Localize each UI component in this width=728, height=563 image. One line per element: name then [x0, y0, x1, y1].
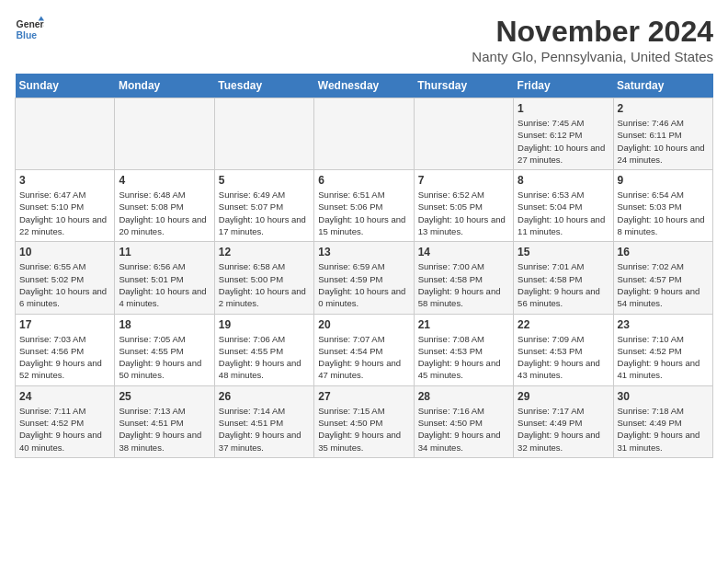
weekday-header: Saturday [613, 74, 712, 98]
calendar-cell: 6Sunrise: 6:51 AM Sunset: 5:06 PM Daylig… [314, 170, 414, 242]
day-info: Sunrise: 7:00 AM Sunset: 4:58 PM Dayligh… [418, 260, 509, 309]
weekday-header: Sunday [16, 74, 115, 98]
day-info: Sunrise: 6:48 AM Sunset: 5:08 PM Dayligh… [119, 189, 210, 237]
calendar-cell: 1Sunrise: 7:45 AM Sunset: 6:12 PM Daylig… [514, 98, 613, 170]
title-section: November 2024 Nanty Glo, Pennsylvania, U… [472, 15, 713, 64]
weekday-header: Tuesday [214, 74, 313, 98]
day-number: 27 [318, 390, 409, 403]
calendar-cell: 29Sunrise: 7:17 AM Sunset: 4:49 PM Dayli… [514, 385, 613, 457]
day-number: 18 [119, 318, 210, 331]
day-info: Sunrise: 7:10 AM Sunset: 4:52 PM Dayligh… [618, 333, 709, 382]
calendar-week-row: 24Sunrise: 7:11 AM Sunset: 4:52 PM Dayli… [16, 385, 713, 457]
day-number: 6 [318, 174, 409, 187]
day-number: 10 [19, 246, 110, 259]
day-number: 2 [618, 102, 709, 115]
day-number: 3 [19, 174, 110, 187]
calendar-cell: 16Sunrise: 7:02 AM Sunset: 4:57 PM Dayli… [613, 242, 712, 314]
day-number: 20 [318, 318, 409, 331]
day-info: Sunrise: 7:14 AM Sunset: 4:51 PM Dayligh… [219, 405, 310, 454]
day-info: Sunrise: 7:13 AM Sunset: 4:51 PM Dayligh… [119, 405, 210, 454]
calendar-cell: 17Sunrise: 7:03 AM Sunset: 4:56 PM Dayli… [16, 314, 115, 385]
calendar-cell: 27Sunrise: 7:15 AM Sunset: 4:50 PM Dayli… [314, 385, 414, 457]
calendar-cell: 18Sunrise: 7:05 AM Sunset: 4:55 PM Dayli… [115, 314, 214, 385]
day-info: Sunrise: 6:53 AM Sunset: 5:04 PM Dayligh… [518, 189, 609, 237]
day-info: Sunrise: 6:59 AM Sunset: 4:59 PM Dayligh… [318, 260, 409, 309]
calendar-cell: 21Sunrise: 7:08 AM Sunset: 4:53 PM Dayli… [414, 314, 513, 385]
day-number: 4 [119, 174, 210, 187]
calendar-cell: 14Sunrise: 7:00 AM Sunset: 4:58 PM Dayli… [414, 242, 513, 314]
day-number: 11 [119, 246, 210, 259]
calendar-cell [115, 98, 214, 170]
day-number: 30 [618, 390, 709, 403]
day-info: Sunrise: 6:49 AM Sunset: 5:07 PM Dayligh… [219, 189, 310, 237]
calendar-cell: 26Sunrise: 7:14 AM Sunset: 4:51 PM Dayli… [214, 385, 313, 457]
month-title: November 2024 [472, 15, 713, 49]
day-info: Sunrise: 7:05 AM Sunset: 4:55 PM Dayligh… [119, 333, 210, 382]
calendar-cell: 25Sunrise: 7:13 AM Sunset: 4:51 PM Dayli… [115, 385, 214, 457]
svg-text:General: General [17, 19, 44, 29]
day-info: Sunrise: 7:03 AM Sunset: 4:56 PM Dayligh… [19, 333, 110, 382]
calendar-cell: 22Sunrise: 7:09 AM Sunset: 4:53 PM Dayli… [514, 314, 613, 385]
logo-icon: General Blue [15, 15, 44, 44]
day-info: Sunrise: 6:54 AM Sunset: 5:03 PM Dayligh… [618, 189, 709, 237]
day-number: 8 [518, 174, 609, 187]
calendar-cell: 10Sunrise: 6:55 AM Sunset: 5:02 PM Dayli… [16, 242, 115, 314]
calendar-cell: 3Sunrise: 6:47 AM Sunset: 5:10 PM Daylig… [16, 170, 115, 242]
calendar-week-row: 10Sunrise: 6:55 AM Sunset: 5:02 PM Dayli… [16, 242, 713, 314]
day-number: 7 [418, 174, 509, 187]
calendar-cell: 8Sunrise: 6:53 AM Sunset: 5:04 PM Daylig… [514, 170, 613, 242]
day-info: Sunrise: 7:16 AM Sunset: 4:50 PM Dayligh… [418, 405, 509, 454]
calendar-week-row: 1Sunrise: 7:45 AM Sunset: 6:12 PM Daylig… [16, 98, 713, 170]
weekday-header: Monday [115, 74, 214, 98]
day-info: Sunrise: 7:07 AM Sunset: 4:54 PM Dayligh… [318, 333, 409, 382]
day-number: 9 [618, 174, 709, 187]
calendar-cell: 19Sunrise: 7:06 AM Sunset: 4:55 PM Dayli… [214, 314, 313, 385]
day-number: 22 [518, 318, 609, 331]
calendar-cell: 13Sunrise: 6:59 AM Sunset: 4:59 PM Dayli… [314, 242, 414, 314]
calendar-cell: 28Sunrise: 7:16 AM Sunset: 4:50 PM Dayli… [414, 385, 513, 457]
day-number: 5 [219, 174, 310, 187]
calendar-cell: 12Sunrise: 6:58 AM Sunset: 5:00 PM Dayli… [214, 242, 313, 314]
day-info: Sunrise: 7:09 AM Sunset: 4:53 PM Dayligh… [518, 333, 609, 382]
calendar-week-row: 17Sunrise: 7:03 AM Sunset: 4:56 PM Dayli… [16, 314, 713, 385]
calendar-cell: 7Sunrise: 6:52 AM Sunset: 5:05 PM Daylig… [414, 170, 513, 242]
day-info: Sunrise: 7:11 AM Sunset: 4:52 PM Dayligh… [19, 405, 110, 454]
day-number: 23 [618, 318, 709, 331]
calendar-cell: 5Sunrise: 6:49 AM Sunset: 5:07 PM Daylig… [214, 170, 313, 242]
calendar-cell: 23Sunrise: 7:10 AM Sunset: 4:52 PM Dayli… [613, 314, 712, 385]
day-info: Sunrise: 7:18 AM Sunset: 4:49 PM Dayligh… [618, 405, 709, 454]
day-number: 25 [119, 390, 210, 403]
calendar-cell: 11Sunrise: 6:56 AM Sunset: 5:01 PM Dayli… [115, 242, 214, 314]
svg-text:Blue: Blue [17, 30, 38, 40]
day-info: Sunrise: 7:01 AM Sunset: 4:58 PM Dayligh… [518, 260, 609, 309]
day-info: Sunrise: 7:17 AM Sunset: 4:49 PM Dayligh… [518, 405, 609, 454]
calendar-cell: 20Sunrise: 7:07 AM Sunset: 4:54 PM Dayli… [314, 314, 414, 385]
day-info: Sunrise: 6:52 AM Sunset: 5:05 PM Dayligh… [418, 189, 509, 237]
day-number: 21 [418, 318, 509, 331]
day-number: 28 [418, 390, 509, 403]
calendar-cell: 9Sunrise: 6:54 AM Sunset: 5:03 PM Daylig… [613, 170, 712, 242]
weekday-header: Thursday [414, 74, 513, 98]
weekday-header-row: SundayMondayTuesdayWednesdayThursdayFrid… [16, 74, 713, 98]
calendar-cell: 24Sunrise: 7:11 AM Sunset: 4:52 PM Dayli… [16, 385, 115, 457]
day-info: Sunrise: 7:15 AM Sunset: 4:50 PM Dayligh… [318, 405, 409, 454]
day-number: 17 [19, 318, 110, 331]
logo: General Blue [15, 15, 44, 44]
day-info: Sunrise: 7:45 AM Sunset: 6:12 PM Dayligh… [518, 117, 609, 166]
header: General Blue November 2024 Nanty Glo, Pe… [15, 15, 713, 64]
day-number: 24 [19, 390, 110, 403]
day-info: Sunrise: 7:06 AM Sunset: 4:55 PM Dayligh… [219, 333, 310, 382]
day-info: Sunrise: 7:46 AM Sunset: 6:11 PM Dayligh… [618, 117, 709, 166]
calendar-table: SundayMondayTuesdayWednesdayThursdayFrid… [15, 74, 713, 458]
day-number: 16 [618, 246, 709, 259]
day-number: 12 [219, 246, 310, 259]
day-info: Sunrise: 6:51 AM Sunset: 5:06 PM Dayligh… [318, 189, 409, 237]
day-info: Sunrise: 6:58 AM Sunset: 5:00 PM Dayligh… [219, 260, 310, 309]
day-number: 26 [219, 390, 310, 403]
day-number: 15 [518, 246, 609, 259]
svg-marker-2 [39, 17, 44, 21]
day-number: 14 [418, 246, 509, 259]
day-number: 13 [318, 246, 409, 259]
location-title: Nanty Glo, Pennsylvania, United States [472, 49, 713, 64]
calendar-cell: 15Sunrise: 7:01 AM Sunset: 4:58 PM Dayli… [514, 242, 613, 314]
